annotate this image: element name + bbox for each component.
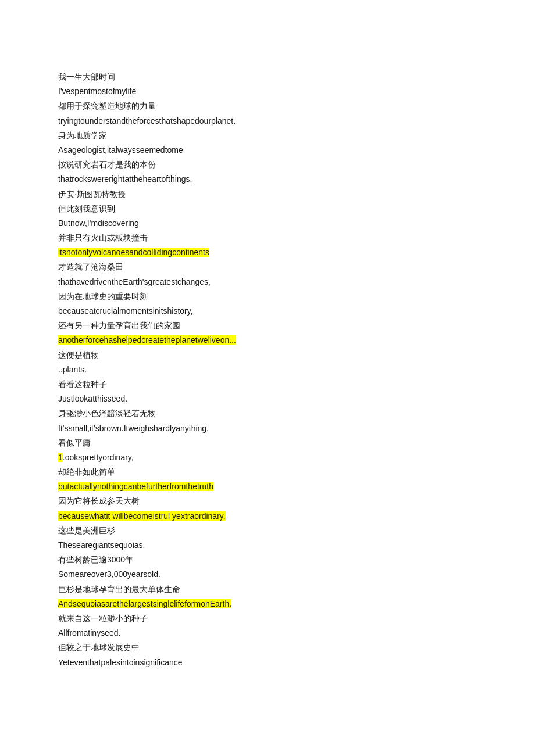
line-l19: anotherforcehashelpedcreatetheplanetweli…: [58, 333, 477, 347]
line-l8: thatrockswererightattheheartofthings.: [58, 172, 477, 187]
line-l41: Yeteventhatpalesintoinsignificance: [58, 655, 477, 670]
line-l29: butactuallynothingcanbefurtherfromthetru…: [58, 479, 477, 494]
highlight-text-l29: butactuallynothingcanbefurtherfromthetru…: [58, 482, 213, 491]
line-l3: 都用于探究塑造地球的力量: [58, 99, 477, 113]
line-l26: 看似平庸: [58, 436, 477, 450]
line-l40: 但较之于地球发展史中: [58, 640, 477, 655]
line-l9: 伊安·斯图瓦特教授: [58, 187, 477, 202]
line-l15: thathavedriventheEarth'sgreatestchanges,: [58, 275, 477, 289]
line-l10: 但此刻我意识到: [58, 202, 477, 216]
line-l20: 这便是植物: [58, 348, 477, 363]
line-l7: 按说研究岩石才是我的本份: [58, 157, 477, 172]
line-l13: itsnotonlyvolcanoesandcollidingcontinent…: [58, 245, 477, 260]
line-l22: 看看这粒种子: [58, 377, 477, 392]
line-l35: Someareover3,000yearsold.: [58, 567, 477, 582]
highlight-text-l19: anotherforcehashelpedcreatetheplanetweli…: [58, 335, 236, 345]
line-l27: 1.ooksprettyordinary,: [58, 450, 477, 465]
highlight-text-l13: itsnotonlyvolcanoesandcollidingcontinent…: [58, 248, 209, 257]
highlight-char-l27: 1: [58, 453, 63, 462]
line-l18: 还有另一种力量孕育出我们的家园: [58, 318, 477, 333]
line-l11: Butnow,I'mdiscovering: [58, 216, 477, 231]
highlight-text-l31: becausewhatit willbecomeistrul yextraord…: [58, 511, 226, 521]
line-l33: Thesearegiantsequoias.: [58, 538, 477, 553]
line-l2: I'vespentmostofmylife: [58, 84, 477, 99]
line-l21: ..plants.: [58, 363, 477, 377]
line-l31: becausewhatit willbecomeistrul yextraord…: [58, 509, 477, 524]
line-l12: 并非只有火山或板块撞击: [58, 231, 477, 245]
line-l25: It'ssmall,it'sbrown.Itweighshardlyanythi…: [58, 421, 477, 436]
text-rest-l27: .ooksprettyordinary,: [63, 453, 134, 462]
line-l1: 我一生大部时间: [58, 70, 477, 84]
line-l23: Justlookatthisseed.: [58, 392, 477, 406]
line-l4: tryingtounderstandtheforcesthatshapedour…: [58, 114, 477, 128]
line-l24: 身驱渺小色泽黯淡轻若无物: [58, 406, 477, 421]
line-l38: 就来自这一粒渺小的种子: [58, 611, 477, 626]
line-l32: 这些是美洲巨杉: [58, 524, 477, 538]
highlight-text-l37: Andsequoiasarethelargestsinglelifeformon…: [58, 599, 231, 608]
line-l16: 因为在地球史的重要时刻: [58, 289, 477, 304]
line-l36: 巨杉是地球孕育出的最大单体生命: [58, 582, 477, 597]
line-l14: 才造就了沧海桑田: [58, 260, 477, 274]
line-l5: 身为地质学家: [58, 128, 477, 143]
line-l30: 因为它将长成参天大树: [58, 494, 477, 508]
line-l39: Allfromatinyseed.: [58, 626, 477, 640]
line-l37: Andsequoiasarethelargestsinglelifeformon…: [58, 597, 477, 611]
line-l6: Asageologist,italwaysseemedtome: [58, 143, 477, 157]
line-l34: 有些树龄已逾3000年: [58, 553, 477, 567]
line-l28: 却绝非如此简单: [58, 465, 477, 479]
transcript-content: 我一生大部时间I'vespentmostofmylife都用于探究塑造地球的力量…: [58, 70, 477, 670]
line-l17: becauseatcrucialmomentsinitshistory,: [58, 304, 477, 318]
